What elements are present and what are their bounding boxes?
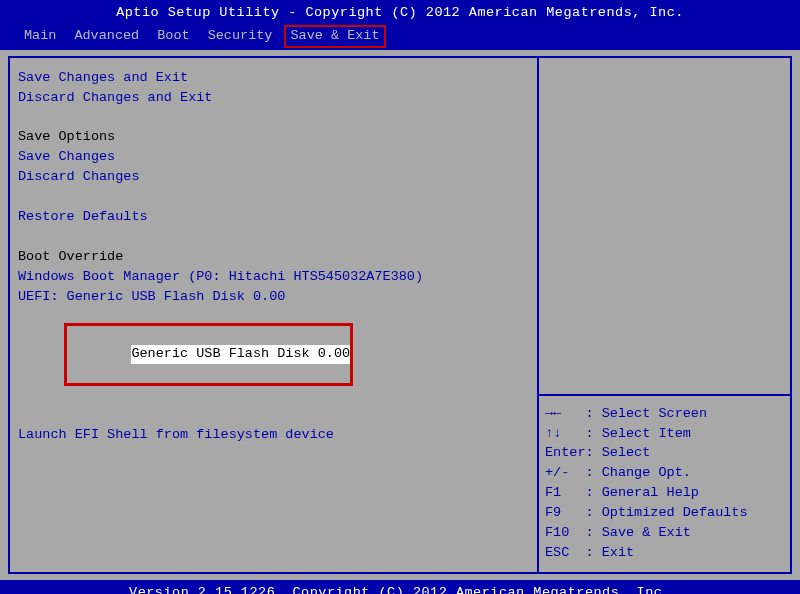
title-bar: Aptio Setup Utility - Copyright (C) 2012… <box>0 0 800 25</box>
header-save-options: Save Options <box>18 128 529 147</box>
boot-generic-usb-selected[interactable]: Generic USB Flash Disk 0.00 <box>131 345 350 364</box>
menu-boot[interactable]: Boot <box>151 27 195 46</box>
menu-bar: Main Advanced Boot Security Save & Exit <box>0 25 800 50</box>
opt-save-changes[interactable]: Save Changes <box>18 148 529 167</box>
help-row: +/- : Change Opt. <box>545 464 784 483</box>
help-row: ESC : Exit <box>545 544 784 563</box>
menu-security[interactable]: Security <box>202 27 279 46</box>
opt-launch-efi-shell[interactable]: Launch EFI Shell from filesystem device <box>18 426 529 445</box>
left-panel: Save Changes and Exit Discard Changes an… <box>8 56 539 574</box>
boot-windows-boot-manager[interactable]: Windows Boot Manager (P0: Hitachi HTS545… <box>18 268 529 287</box>
menu-advanced[interactable]: Advanced <box>68 27 145 46</box>
opt-discard-changes[interactable]: Discard Changes <box>18 168 529 187</box>
help-row: →← : Select Screen <box>545 405 784 424</box>
footer-bar: Version 2.15.1226. Copyright (C) 2012 Am… <box>0 580 800 594</box>
help-row: Enter: Select <box>545 444 784 463</box>
help-keys: →← : Select Screen ↑↓ : Select Item Ente… <box>539 394 790 572</box>
opt-discard-changes-exit[interactable]: Discard Changes and Exit <box>18 89 529 108</box>
help-row: F9 : Optimized Defaults <box>545 504 784 523</box>
help-row: F1 : General Help <box>545 484 784 503</box>
menu-main[interactable]: Main <box>18 27 62 46</box>
help-row: ↑↓ : Select Item <box>545 425 784 444</box>
opt-restore-defaults[interactable]: Restore Defaults <box>18 208 529 227</box>
highlight-selected-boot: Generic USB Flash Disk 0.00 <box>64 323 354 386</box>
right-panel: →← : Select Screen ↑↓ : Select Item Ente… <box>537 56 792 574</box>
help-description <box>539 58 790 394</box>
opt-save-changes-exit[interactable]: Save Changes and Exit <box>18 69 529 88</box>
boot-uefi-usb[interactable]: UEFI: Generic USB Flash Disk 0.00 <box>18 288 529 307</box>
menu-save-exit[interactable]: Save & Exit <box>284 25 385 48</box>
header-boot-override: Boot Override <box>18 248 529 267</box>
help-row: F10 : Save & Exit <box>545 524 784 543</box>
